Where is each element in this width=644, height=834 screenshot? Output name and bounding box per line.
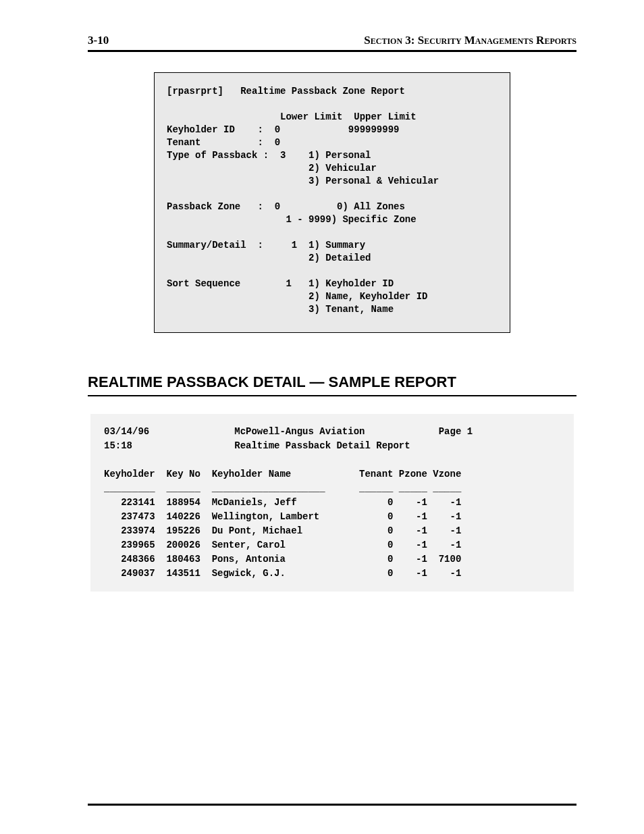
sample-report-panel: 03/14/96 McPowell-Angus Aviation Page 1 …	[90, 414, 574, 592]
terminal-screenshot: [rpasrprt] Realtime Passback Zone Report…	[154, 72, 510, 333]
page-header: 3-10 Section 3: Security Managements Rep…	[88, 34, 576, 52]
footer-rule	[88, 804, 576, 806]
page-number: 3-10	[88, 34, 109, 47]
terminal-text: [rpasrprt] Realtime Passback Zone Report…	[167, 85, 498, 316]
sample-report-text: 03/14/96 McPowell-Angus Aviation Page 1 …	[104, 425, 560, 581]
section-label: Section 3: Security Managements Reports	[364, 34, 576, 47]
section-heading: REALTIME PASSBACK DETAIL — SAMPLE REPORT	[88, 373, 576, 396]
